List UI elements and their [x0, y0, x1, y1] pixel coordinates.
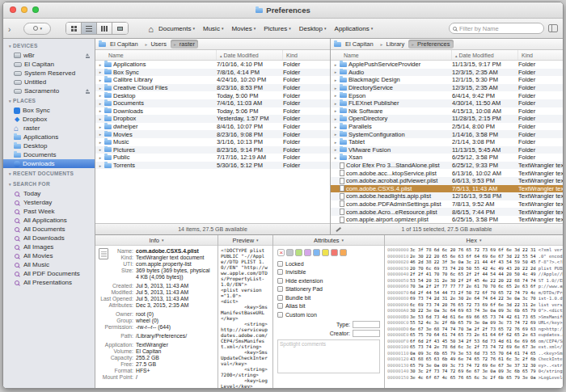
sidebar-item[interactable]: Untitled [3, 78, 95, 86]
row-disclosure-icon[interactable] [98, 163, 103, 168]
row-disclosure-icon[interactable] [333, 70, 338, 74]
creator-input[interactable] [353, 330, 380, 337]
sidebar-item[interactable]: System Reserved [3, 69, 95, 78]
file-row[interactable]: Public 7/17/16, 12:19 AM Folder [95, 154, 330, 162]
file-row[interactable]: com.adobe.headlights.apip.plist 12/16/13… [331, 192, 563, 200]
hex-row[interactable]: 00000100 65 73 74 2e 78 6d 6c 3c 2f 73 7… [387, 344, 563, 351]
row-disclosure-icon[interactable] [98, 101, 103, 106]
row-disclosure-icon[interactable] [98, 124, 103, 129]
file-row[interactable]: Pictures 8/23/16, 9:14 PM Folder [95, 146, 330, 154]
attribute-checkbox[interactable]: Hide extension [277, 276, 380, 285]
row-disclosure-icon[interactable] [98, 147, 103, 152]
sidebar-item[interactable]: Sacramento [3, 86, 95, 95]
hex-row[interactable]: 000000D0 6e 67 3e 68 74 74 70 3a 2f 2f 7… [387, 327, 563, 333]
file-row[interactable]: Movies 8/23/16, 9:08 PM Folder [95, 130, 330, 138]
hex-row[interactable]: 00000010 2e 30 22 20 65 6e 63 6f 64 69 6… [387, 254, 563, 260]
file-row[interactable]: ApplePushServiceProvider 11/13/15, 9:17 … [331, 61, 563, 69]
checkbox-box[interactable] [277, 303, 283, 309]
file-row[interactable]: Dropbox Yesterday, 1:57 PM Folder [95, 115, 330, 123]
hex-row[interactable]: 00000030 20 70 6c 69 73 74 20 50 55 42 4… [387, 266, 563, 272]
label-color-swatch[interactable] [331, 249, 338, 256]
file-row[interactable]: OpenDirectory 11/28/15, 2:15 PM Folder [331, 115, 563, 123]
hex-row[interactable]: 00000090 6c 69 73 74 20 76 65 72 73 69 6… [387, 302, 563, 309]
sidebar-item[interactable]: Today [3, 189, 95, 198]
home-button[interactable] [148, 21, 154, 36]
hex-row[interactable]: 00000040 2f 2f 41 70 70 6c 65 2f 2f 44 5… [387, 272, 563, 278]
label-color-swatch[interactable] [286, 249, 294, 256]
sidebar-item[interactable]: RECENT DOCUMENTS [3, 168, 95, 179]
file-row[interactable]: Parallels 2/5/14, 8:00 PM Folder [331, 123, 563, 131]
row-disclosure-icon[interactable] [98, 132, 103, 137]
sidebar-item[interactable]: All Movies [3, 251, 95, 260]
attribute-checkbox[interactable]: Locked [277, 259, 380, 268]
row-disclosure-icon[interactable] [98, 62, 103, 67]
label-color-swatch[interactable] [322, 249, 329, 256]
filter-field[interactable] [449, 23, 544, 34]
label-color-swatch[interactable] [295, 249, 302, 256]
row-disclosure-icon[interactable] [333, 101, 338, 106]
file-row[interactable]: com.adobe.PDFAdminSettings.plist 7/8/13,… [331, 200, 563, 209]
row-disclosure-icon[interactable] [98, 78, 103, 82]
label-color-swatch[interactable] [313, 249, 320, 256]
file-row[interactable]: com.adobe.CSXS.4.plist 7/5/13, 11:43 AM … [331, 185, 563, 193]
row-disclosure-icon[interactable] [333, 93, 338, 98]
file-row[interactable]: Nik Software 4/15/13, 10:08 AM Folder [331, 107, 563, 116]
sidebar-item[interactable]: All Images [3, 242, 95, 251]
hex-row[interactable]: 00000080 69 73 74 2d 31 2e 30 2e 64 74 6… [387, 296, 563, 302]
hex-row[interactable]: 000000E0 65 75 70 64 61 74 65 73 2e 61 6… [387, 332, 563, 339]
section-disclosure-icon[interactable] [7, 99, 13, 103]
column-header-date[interactable]: Date Modified [217, 50, 283, 60]
sidebar-item[interactable]: Documents [3, 150, 95, 159]
sidebar-item[interactable]: Yesterday [3, 198, 95, 207]
file-row[interactable]: com.adobe.acrobat.pdfviewer.plist 6/6/13… [331, 177, 563, 185]
row-disclosure-icon[interactable] [333, 140, 338, 145]
sidebar-item[interactable]: All Applications [3, 216, 95, 225]
sidebar-item[interactable]: SEARCH FOR [3, 179, 95, 189]
label-color-swatch[interactable] [340, 249, 347, 256]
spotlight-comments-input[interactable] [277, 339, 380, 373]
checkbox-box[interactable] [277, 286, 283, 292]
file-row[interactable]: Music 3/1/16, 10:13 PM Folder [95, 138, 330, 146]
section-disclosure-icon[interactable] [7, 182, 13, 187]
row-disclosure-icon[interactable] [333, 116, 338, 121]
attribute-checkbox[interactable]: Bundle bit [277, 293, 380, 302]
preview-panel-header[interactable]: Preview [218, 235, 272, 246]
row-disclosure-icon[interactable] [98, 93, 103, 98]
file-row[interactable]: Box Sync 7/8/16, 4:14 PM Folder [95, 69, 330, 77]
sidebar-item[interactable]: All Downloads [3, 234, 95, 242]
row-disclosure-icon[interactable] [333, 124, 338, 129]
checkbox-box[interactable] [277, 295, 283, 301]
hex-row[interactable]: 000000F0 6f 6d 2f 43 45 50 34 2f 53 6d 7… [387, 339, 563, 345]
breadcrumb-item[interactable]: Users [142, 40, 170, 48]
file-row[interactable]: DirectoryService 12/3/15, 2:35 AM Folder [331, 84, 563, 92]
sidebar-item[interactable]: Applications [3, 133, 95, 141]
sidebar-item[interactable]: All PDF Documents [3, 269, 95, 278]
attribute-checkbox[interactable]: Stationery Pad [277, 285, 380, 294]
type-input[interactable] [353, 321, 380, 328]
attributes-panel-header[interactable]: Attributes [273, 235, 384, 246]
file-row[interactable]: Color Efex Pro 3...StandAlone.plist 6/25… [331, 162, 563, 170]
row-disclosure-icon[interactable] [98, 86, 103, 91]
hex-row[interactable]: 00000060 70 3a 2f 2f 77 77 77 2e 61 70 7… [387, 284, 563, 290]
section-disclosure-icon[interactable] [7, 44, 13, 48]
attribute-checkbox[interactable]: Custom icon [277, 310, 380, 319]
label-color-swatch[interactable] [277, 249, 285, 256]
row-disclosure-icon[interactable] [333, 155, 338, 160]
toolbar-folder-dropdown[interactable]: Music [200, 25, 226, 32]
info-panel-header[interactable]: Info [95, 235, 218, 246]
close-button[interactable] [10, 6, 16, 13]
sidebar-item[interactable]: DEVICES [3, 40, 95, 51]
section-disclosure-icon[interactable] [7, 171, 13, 176]
column-header-name[interactable]: Name [331, 50, 452, 60]
label-color-swatch[interactable] [304, 249, 311, 256]
file-row[interactable]: Audio 12/3/15, 2:35 AM Folder [331, 69, 563, 77]
toolbar-folder-dropdown[interactable]: Desktop [296, 25, 330, 32]
toolbar-folder-dropdown[interactable]: Movies [228, 25, 259, 32]
sidebar-item[interactable]: Past Week [3, 207, 95, 216]
sidebar-item[interactable]: All Documents [3, 225, 95, 234]
title-bar[interactable]: Preferences [3, 2, 563, 19]
row-disclosure-icon[interactable] [98, 108, 103, 113]
icon-view-button[interactable] [66, 23, 82, 34]
toolbar-folder-dropdown[interactable]: Applications [332, 25, 377, 32]
sidebar-item[interactable]: Downloads [3, 159, 95, 168]
